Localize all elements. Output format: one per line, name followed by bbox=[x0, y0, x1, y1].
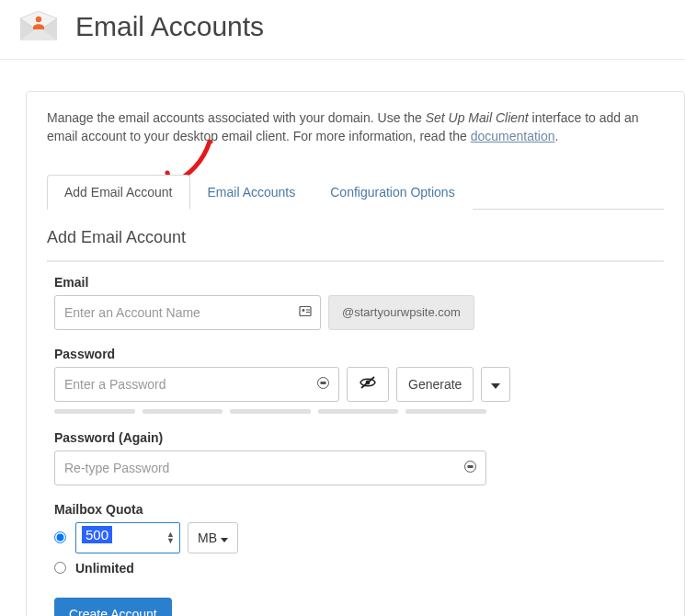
strength-seg bbox=[143, 409, 223, 414]
main-panel: Manage the email accounts associated wit… bbox=[26, 91, 685, 616]
section-title: Add Email Account bbox=[47, 228, 664, 247]
strength-seg bbox=[230, 409, 311, 414]
quota-field-block: Mailbox Quota 500 ▲▼ MB Unl bbox=[54, 502, 656, 576]
intro-italic: Set Up Mail Client bbox=[426, 110, 529, 125]
create-account-button[interactable]: Create Account bbox=[54, 598, 172, 616]
password-label: Password bbox=[54, 347, 656, 361]
password-visibility-button[interactable] bbox=[347, 367, 389, 402]
caret-down-icon bbox=[491, 377, 500, 392]
svg-point-2 bbox=[36, 17, 41, 22]
email-input[interactable] bbox=[54, 295, 321, 330]
tab-email-accounts[interactable]: Email Accounts bbox=[190, 175, 314, 210]
page-title: Email Accounts bbox=[75, 11, 264, 42]
quota-label: Mailbox Quota bbox=[54, 502, 656, 517]
spinner-icon: ▲▼ bbox=[166, 531, 175, 544]
email-label: Email bbox=[54, 275, 656, 290]
generate-options-button[interactable] bbox=[481, 367, 510, 402]
quota-radio-value[interactable] bbox=[54, 531, 66, 543]
email-field-block: Email @startyourwpsite.com bbox=[54, 275, 656, 330]
tab-add-email[interactable]: Add Email Account bbox=[47, 175, 190, 210]
tab-config-options[interactable]: Configuration Options bbox=[313, 175, 472, 210]
password-strength-meter bbox=[54, 409, 486, 414]
password-field-block: Password Generate bbox=[54, 347, 656, 414]
quota-unit-label: MB bbox=[198, 530, 217, 545]
page-header: Email Accounts bbox=[0, 2, 685, 60]
intro-post: . bbox=[555, 129, 559, 143]
strength-seg bbox=[405, 409, 486, 414]
email-domain-addon: @startyourwpsite.com bbox=[328, 295, 474, 330]
envelope-icon bbox=[18, 11, 59, 42]
password-again-label: Password (Again) bbox=[54, 430, 656, 445]
quota-radio-unlimited[interactable] bbox=[54, 562, 66, 574]
password-again-input[interactable] bbox=[54, 451, 486, 485]
eye-off-icon bbox=[359, 375, 377, 393]
strength-seg bbox=[318, 409, 399, 414]
quota-unlimited-label: Unlimited bbox=[75, 561, 134, 576]
password-input[interactable] bbox=[54, 367, 339, 402]
svg-marker-15 bbox=[221, 538, 228, 542]
caret-down-icon bbox=[221, 530, 228, 545]
password-again-field-block: Password (Again) bbox=[54, 430, 656, 485]
quota-value: 500 bbox=[82, 526, 112, 543]
strength-seg bbox=[54, 409, 135, 414]
generate-password-button[interactable]: Generate bbox=[396, 367, 474, 402]
quota-input[interactable]: 500 bbox=[75, 522, 180, 553]
quota-unit-dropdown[interactable]: MB bbox=[188, 522, 238, 553]
documentation-link[interactable]: documentation bbox=[471, 129, 555, 143]
svg-marker-12 bbox=[491, 383, 500, 389]
intro-pre: Manage the email accounts associated wit… bbox=[47, 110, 426, 125]
tabs: Add Email Account Email Accounts Configu… bbox=[47, 174, 664, 210]
intro-text: Manage the email accounts associated wit… bbox=[47, 108, 664, 146]
form-area: Email @startyourwpsite.com Password bbox=[47, 260, 664, 616]
